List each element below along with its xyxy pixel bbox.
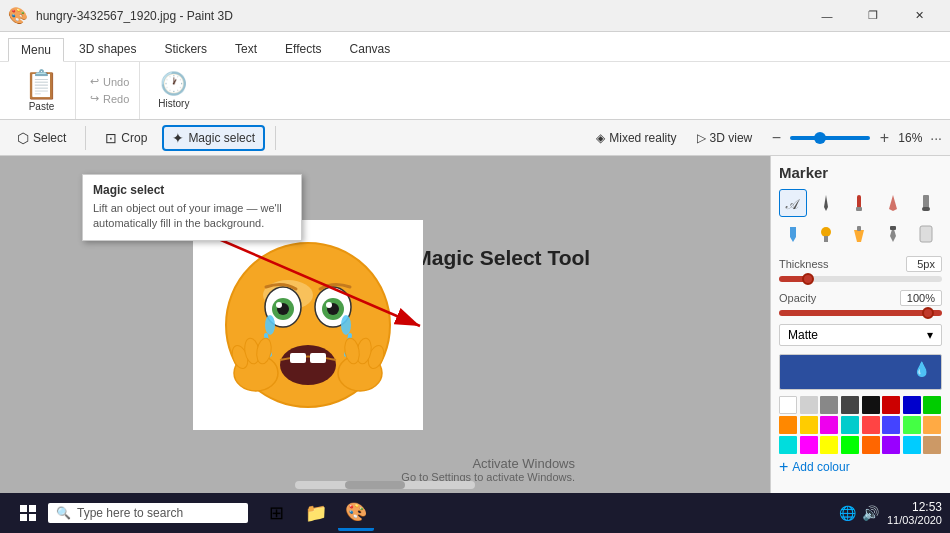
more-options-button[interactable]: ··· [930, 130, 942, 146]
network-icon[interactable]: 🌐 [839, 505, 856, 521]
title-bar: 🎨 hungry-3432567_1920.jpg - Paint 3D — ❐… [0, 0, 950, 32]
opacity-label: Opacity [779, 292, 816, 304]
color-cell-0[interactable] [779, 396, 797, 414]
color-cell-22[interactable] [903, 436, 921, 454]
color-cell-8[interactable] [779, 416, 797, 434]
tab-canvas[interactable]: Canvas [337, 37, 404, 61]
add-colour-row[interactable]: + Add colour [779, 458, 942, 476]
brush-btn-6[interactable] [812, 220, 840, 248]
horizontal-scrollbar[interactable] [295, 481, 475, 489]
thickness-slider[interactable] [779, 276, 942, 282]
color-cell-15[interactable] [923, 416, 941, 434]
color-cell-12[interactable] [862, 416, 880, 434]
tab-stickers[interactable]: Stickers [151, 37, 220, 61]
color-cell-4[interactable] [862, 396, 880, 414]
color-swatch[interactable]: 💧 [779, 354, 942, 390]
tab-effects[interactable]: Effects [272, 37, 334, 61]
brush-btn-7[interactable] [845, 220, 873, 248]
svg-rect-28 [923, 195, 929, 209]
zoom-out-button[interactable]: − [766, 129, 786, 147]
opacity-slider[interactable] [779, 310, 942, 316]
tab-menu[interactable]: Menu [8, 38, 64, 62]
brush-icon-7 [849, 224, 869, 244]
canvas-area[interactable]: Magic select Lift an object out of your … [0, 156, 770, 493]
toolbar-right: ◈ Mixed reality ▷ 3D view − + 16% ··· [590, 128, 942, 148]
color-cell-18[interactable] [820, 436, 838, 454]
maximize-button[interactable]: ❐ [850, 0, 896, 32]
color-cell-11[interactable] [841, 416, 859, 434]
color-cell-10[interactable] [820, 416, 838, 434]
svg-point-13 [341, 315, 351, 335]
toolbar-sep-2 [275, 126, 276, 150]
opacity-value[interactable]: 100% [900, 290, 942, 306]
3d-view-button[interactable]: ▷ 3D view [691, 128, 759, 148]
tab-text[interactable]: Text [222, 37, 270, 61]
color-cell-7[interactable] [923, 396, 941, 414]
taskbar-paint3d-icon[interactable]: 🎨 [338, 495, 374, 531]
taskbar-apps-icon[interactable]: ⊞ [258, 495, 294, 531]
brush-btn-9[interactable] [912, 220, 940, 248]
opacity-slider-thumb[interactable] [922, 307, 934, 319]
brush-btn-5[interactable] [779, 220, 807, 248]
brush-icon-9 [916, 224, 936, 244]
svg-rect-31 [824, 236, 828, 242]
color-cell-17[interactable] [800, 436, 818, 454]
zoom-in-button[interactable]: + [874, 129, 894, 147]
color-cell-6[interactable] [903, 396, 921, 414]
crop-tool-button[interactable]: ⊡ Crop [96, 126, 156, 150]
brush-btn-4[interactable] [912, 189, 940, 217]
zoom-controls: − + 16% [766, 129, 922, 147]
zoom-slider[interactable] [790, 136, 870, 140]
history-button[interactable]: 🕐 History [150, 68, 197, 112]
mixed-reality-button[interactable]: ◈ Mixed reality [590, 128, 682, 148]
paste-icon: 📋 [24, 68, 59, 101]
color-cell-9[interactable] [800, 416, 818, 434]
3d-view-icon: ▷ [697, 131, 706, 145]
taskbar-clock[interactable]: 12:53 11/03/2020 [887, 500, 942, 526]
color-cell-3[interactable] [841, 396, 859, 414]
brush-btn-3[interactable] [879, 189, 907, 217]
tab-3dshapes[interactable]: 3D shapes [66, 37, 149, 61]
toolbar-sep-1 [85, 126, 86, 150]
svg-rect-27 [856, 207, 862, 211]
undo-button[interactable]: ↩ Undo [86, 74, 133, 89]
close-button[interactable]: ✕ [896, 0, 942, 32]
magic-select-tool-button[interactable]: ✦ Magic select [162, 125, 265, 151]
brush-btn-0[interactable]: 𝒜 [779, 189, 807, 217]
color-cell-16[interactable] [779, 436, 797, 454]
color-cell-1[interactable] [800, 396, 818, 414]
color-cell-19[interactable] [841, 436, 859, 454]
brush-btn-2[interactable] [845, 189, 873, 217]
eyedropper-button[interactable]: 💧 [913, 361, 935, 383]
emoji-svg [218, 235, 398, 415]
brush-btn-1[interactable] [812, 189, 840, 217]
taskbar-explorer-icon[interactable]: 📁 [298, 495, 334, 531]
color-cell-20[interactable] [862, 436, 880, 454]
color-cell-5[interactable] [882, 396, 900, 414]
taskbar-apps: ⊞ 📁 🎨 [258, 495, 374, 531]
redo-button[interactable]: ↪ Redo [86, 91, 133, 106]
canvas-drawing-area[interactable] [193, 220, 423, 430]
color-cell-21[interactable] [882, 436, 900, 454]
tooltip-title: Magic select [93, 183, 291, 197]
zoom-slider-thumb[interactable] [814, 132, 826, 144]
minimize-button[interactable]: — [804, 0, 850, 32]
brush-icon-6 [816, 224, 836, 244]
matte-dropdown[interactable]: Matte ▾ [779, 324, 942, 346]
color-cell-14[interactable] [903, 416, 921, 434]
paste-button[interactable]: 📋 Paste [14, 64, 69, 116]
thickness-slider-thumb[interactable] [802, 273, 814, 285]
color-cell-23[interactable] [923, 436, 941, 454]
thickness-value[interactable]: 5px [906, 256, 942, 272]
color-cell-13[interactable] [882, 416, 900, 434]
color-cell-2[interactable] [820, 396, 838, 414]
windows-icon [20, 505, 36, 521]
paste-label: Paste [29, 101, 55, 112]
start-button[interactable] [8, 493, 48, 533]
svg-text:𝒜: 𝒜 [785, 196, 801, 212]
taskbar-search-box[interactable]: 🔍 Type here to search [48, 503, 248, 523]
volume-icon[interactable]: 🔊 [862, 505, 879, 521]
brush-btn-8[interactable] [879, 220, 907, 248]
title-controls: — ❐ ✕ [804, 0, 942, 32]
select-tool-button[interactable]: ⬡ Select [8, 126, 75, 150]
